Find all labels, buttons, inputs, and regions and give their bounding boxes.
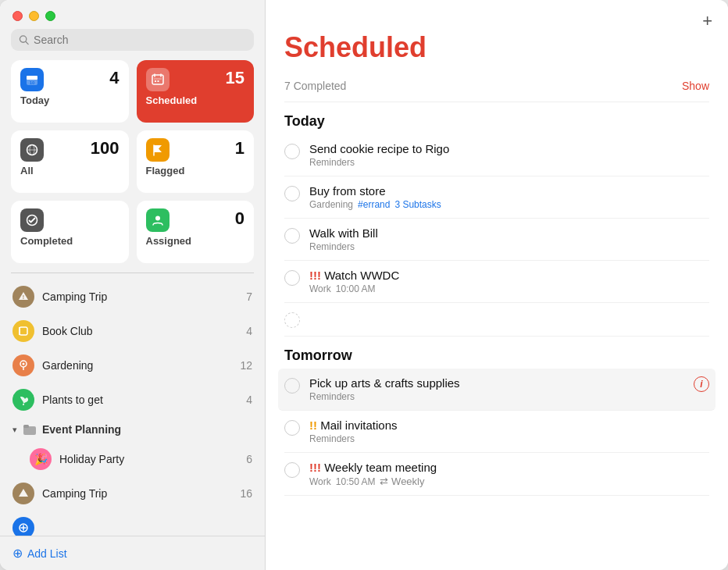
reminder-right-arts: i xyxy=(694,376,709,392)
assigned-label: Assigned xyxy=(146,235,245,247)
smart-list-completed[interactable]: Completed xyxy=(11,201,129,263)
reminder-subtasks-buy: 3 Subtasks xyxy=(394,199,441,210)
reminder-list-buy: Gardening xyxy=(309,199,353,210)
reminder-circle-walk[interactable] xyxy=(284,228,300,244)
reminder-tag-buy: #errand xyxy=(358,199,390,210)
all-label: All xyxy=(20,165,120,176)
reminder-circle-cookie[interactable] xyxy=(284,144,300,159)
camping-trip-count: 7 xyxy=(246,290,252,303)
reminder-sub-buy: Gardening #errand 3 Subtasks xyxy=(309,199,709,210)
list-item-plants-to-get[interactable]: Plants to get 4 xyxy=(6,383,259,417)
smart-list-all[interactable]: 100 All xyxy=(11,130,129,193)
reminder-circle-meeting[interactable] xyxy=(284,462,300,478)
reminder-buy-from-store: Buy from store Gardening #errand 3 Subta… xyxy=(284,176,709,219)
smart-list-assigned[interactable]: 0 Assigned xyxy=(137,201,255,263)
search-bar[interactable] xyxy=(11,29,254,51)
event-planning-group-header[interactable]: ▾ Event Planning xyxy=(6,417,259,442)
reminder-body-buy: Buy from store Gardening #errand 3 Subta… xyxy=(309,184,709,210)
reminder-title-cookie: Send cookie recipe to Rigo xyxy=(309,142,709,155)
reminder-list-arts: Reminders xyxy=(309,391,355,402)
flagged-label: Flagged xyxy=(146,165,245,176)
minimize-button[interactable] xyxy=(29,11,39,21)
list-item-book-club[interactable]: Book Club 4 xyxy=(6,314,259,348)
reminder-title-mail: !! Mail invitations xyxy=(309,419,709,432)
holiday-party-label: Holiday Party xyxy=(59,453,238,465)
main-scroll-area: Scheduled 7 Completed Show Today Send co… xyxy=(266,31,728,570)
holiday-party-count: 6 xyxy=(246,453,252,465)
search-input[interactable] xyxy=(34,34,246,46)
svg-rect-18 xyxy=(20,327,27,335)
reminder-circle-mail[interactable] xyxy=(284,420,300,436)
event-planning-label: Event Planning xyxy=(42,423,121,436)
reminder-body-arts: Pick up arts & crafts supplies Reminders xyxy=(309,376,684,402)
search-icon xyxy=(19,34,29,45)
completed-icon xyxy=(20,208,44,232)
add-list-button[interactable]: ⊕ Add List xyxy=(0,536,265,570)
smart-list-scheduled[interactable]: 15 Scheduled xyxy=(137,60,255,123)
svg-text:!: ! xyxy=(23,294,24,300)
svg-text:10: 10 xyxy=(30,80,35,85)
reminder-title-buy: Buy from store xyxy=(309,184,709,198)
plants-to-get-count: 4 xyxy=(246,394,252,406)
reminder-circle-empty[interactable] xyxy=(284,312,300,328)
svg-rect-10 xyxy=(157,80,159,82)
sidebar: 10 4 Today xyxy=(0,0,266,570)
reminder-list-cookie: Reminders xyxy=(309,157,355,168)
chevron-down-icon: ▾ xyxy=(12,425,17,435)
camping-sub-icon xyxy=(12,483,34,504)
section-header-today: Today xyxy=(284,113,709,130)
list-item-holiday-party[interactable]: 🎉 Holiday Party 6 xyxy=(6,442,259,476)
camping-trip-label: Camping Trip xyxy=(42,290,238,303)
reminder-sub-wwdc: Work 10:00 AM xyxy=(309,283,709,294)
close-button[interactable] xyxy=(12,11,23,21)
sidebar-divider xyxy=(11,273,254,273)
holiday-party-icon: 🎉 xyxy=(30,448,52,470)
reminder-circle-arts[interactable] xyxy=(284,378,300,394)
main-toolbar: + xyxy=(266,0,728,31)
smart-list-today[interactable]: 10 4 Today xyxy=(11,60,129,123)
reminder-weekly-meeting: !!! Weekly team meeting Work 10:50 AM ⇄ … xyxy=(284,453,709,496)
reminder-arts-crafts: Pick up arts & crafts supplies Reminders… xyxy=(278,369,716,411)
reminder-mail-invitations: !! Mail invitations Reminders xyxy=(284,411,709,453)
reminder-circle-buy[interactable] xyxy=(284,186,300,201)
titlebar xyxy=(0,0,265,29)
add-reminder-button[interactable]: + xyxy=(702,11,712,31)
smart-lists: 10 4 Today xyxy=(0,60,265,273)
today-label: Today xyxy=(20,94,120,106)
list-item-gardening[interactable]: Gardening 12 xyxy=(6,348,259,383)
priority-icon-wwdc: !!! xyxy=(309,269,321,282)
today-icon: 10 xyxy=(20,68,44,91)
list-item-camping-trip-sub[interactable]: Camping Trip 16 xyxy=(6,476,259,511)
fullscreen-button[interactable] xyxy=(45,11,55,21)
priority-icon-meeting: !!! xyxy=(309,461,321,474)
reminder-sub-mail: Reminders xyxy=(309,433,709,444)
folder-icon xyxy=(22,422,37,437)
list-item-camping-trip[interactable]: ! Camping Trip 7 xyxy=(6,280,259,314)
reminder-sub-walk: Reminders xyxy=(309,241,709,252)
show-completed-button[interactable]: Show xyxy=(682,80,709,92)
reminder-body-meeting: !!! Weekly team meeting Work 10:50 AM ⇄ … xyxy=(309,461,709,487)
list-item-more[interactable] xyxy=(6,511,259,536)
reminder-body-wwdc: !!! Watch WWDC Work 10:00 AM xyxy=(309,269,709,294)
reminder-circle-wwdc[interactable] xyxy=(284,270,300,286)
app-window: 10 4 Today xyxy=(0,0,728,570)
page-title: Scheduled xyxy=(284,31,709,64)
info-icon-arts[interactable]: i xyxy=(694,376,709,392)
reminder-title-meeting: !!! Weekly team meeting xyxy=(309,461,709,474)
svg-line-1 xyxy=(26,41,28,44)
reminder-sub-arts: Reminders xyxy=(309,391,684,402)
smart-list-flagged[interactable]: 1 Flagged xyxy=(137,130,255,193)
svg-rect-5 xyxy=(152,75,163,84)
reminder-list-meeting: Work xyxy=(309,476,331,487)
camping-sub-label: Camping Trip xyxy=(42,487,232,500)
reminder-watch-wwdc: !!! Watch WWDC Work 10:00 AM xyxy=(284,261,709,303)
reminder-title-arts: Pick up arts & crafts supplies xyxy=(309,376,684,390)
assigned-icon xyxy=(146,208,170,232)
svg-rect-25 xyxy=(23,425,29,428)
scheduled-label: Scheduled xyxy=(146,94,245,106)
main-content-area: + Scheduled 7 Completed Show Today Send … xyxy=(266,0,728,570)
reminder-sub-cookie: Reminders xyxy=(309,157,709,168)
assigned-count: 0 xyxy=(235,208,244,229)
add-list-icon: ⊕ xyxy=(12,546,23,561)
svg-point-21 xyxy=(23,363,25,365)
